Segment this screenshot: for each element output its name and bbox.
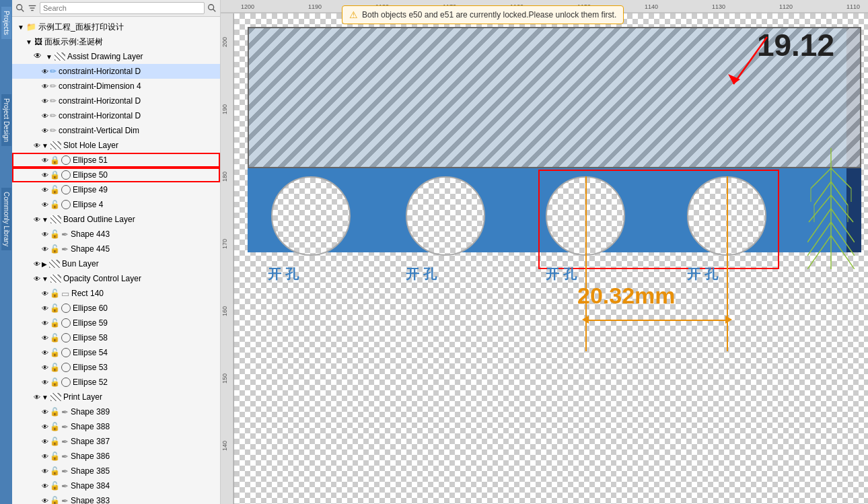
lock-icon-e49[interactable]: 🔓 xyxy=(50,185,60,194)
lock-icon-s386[interactable]: 🔓 xyxy=(50,452,60,461)
tree-item-ellipse50[interactable]: 👁 🔒 Ellipse 50 xyxy=(12,168,220,182)
eye-icon-e58[interactable]: 👁 xyxy=(42,334,48,342)
eye-icon-e50[interactable]: 👁 xyxy=(42,172,48,179)
eye-icon-s388[interactable]: 👁 xyxy=(42,423,48,431)
eye-icon-opacity[interactable]: 👁 xyxy=(34,275,40,283)
eye-icon-print[interactable]: 👁 xyxy=(34,394,40,401)
tree-item-ellipse52[interactable]: 👁 🔓 Ellipse 52 xyxy=(12,375,220,390)
s384-icon: ✒ xyxy=(61,481,69,491)
vtab-project-design[interactable]: Project Design xyxy=(1,94,11,146)
tree-item-ellipse49[interactable]: 👁 🔓 Ellipse 49 xyxy=(12,182,220,197)
eye-icon-c2[interactable]: 👁 xyxy=(42,83,48,90)
vtab-projects[interactable]: Projects xyxy=(1,7,11,39)
svg-line-32 xyxy=(814,182,831,205)
search-icon[interactable] xyxy=(15,3,25,13)
lock-icon-e51[interactable]: 🔒 xyxy=(50,155,60,165)
lock-icon-e58[interactable]: 🔓 xyxy=(50,333,60,343)
tree-item-opacity-layer[interactable]: 👁 ▼ Opacity Control Layer xyxy=(12,271,220,286)
tree-item-ellipse60[interactable]: 👁 🔓 Ellipse 60 xyxy=(12,301,220,316)
eye-icon-s445[interactable]: 👁 xyxy=(42,246,48,253)
lock-icon-e4[interactable]: 🔓 xyxy=(50,200,60,209)
tree-item-constraint-dim4[interactable]: 👁 ✏ constraint-Dimension 4 xyxy=(12,79,220,94)
lock-icon-s383[interactable]: 🔓 xyxy=(50,496,60,504)
lock-icon-s388[interactable]: 🔓 xyxy=(50,422,60,431)
tree-item-constraint-h3[interactable]: 👁 ✏ constraint-Horizontal D xyxy=(12,108,220,123)
tree-item-shape385[interactable]: 👁 🔓 ✒ Shape 385 xyxy=(12,464,220,478)
eye-icon-assist[interactable]: 👁 xyxy=(34,51,44,62)
eye-icon-board[interactable]: 👁 xyxy=(34,216,40,223)
lock-icon-r140[interactable]: 🔓 xyxy=(50,289,60,298)
lock-icon-e50[interactable]: 🔒 xyxy=(50,170,60,180)
eye-icon-r140[interactable]: 👁 xyxy=(42,290,48,297)
tree-item-shape384[interactable]: 👁 🔓 ✒ Shape 384 xyxy=(12,478,220,493)
tree-item-board-layer[interactable]: 👁 ▼ Board Outline Layer xyxy=(12,212,220,227)
tree-item-shape445[interactable]: 👁 🔓 ✒ Shape 445 xyxy=(12,242,220,256)
lock-icon-s389[interactable]: 🔓 xyxy=(50,407,60,417)
eye-icon-e51[interactable]: 👁 xyxy=(42,157,48,164)
ellipse50-label: Ellipse 50 xyxy=(73,170,108,180)
lock-icon-e54[interactable]: 🔓 xyxy=(50,348,60,357)
eye-icon-c4[interactable]: 👁 xyxy=(42,112,48,120)
eye-icon-s386[interactable]: 👁 xyxy=(42,453,48,460)
layer-stripe-slot xyxy=(50,141,61,149)
rect140-icon: ▭ xyxy=(61,289,69,299)
eye-icon-c3[interactable]: 👁 xyxy=(42,98,48,105)
tree-item-ellipse51[interactable]: 👁 🔒 Ellipse 51 xyxy=(12,153,220,168)
main-canvas[interactable]: ⚠ Both objects e50 and e51 are currently… xyxy=(221,0,868,504)
tree-item-shape387[interactable]: 👁 🔓 ✒ Shape 387 xyxy=(12,434,220,449)
tree-item-rect140[interactable]: 👁 🔓 ▭ Rect 140 xyxy=(12,286,220,301)
tree-item-ellipse59[interactable]: 👁 🔓 Ellipse 59 xyxy=(12,316,220,330)
ellipse52-label: Ellipse 52 xyxy=(73,377,108,387)
tree-item-constraint-v1[interactable]: 👁 ✏ constraint-Vertical Dim xyxy=(12,123,220,138)
lock-icon-s445[interactable]: 🔓 xyxy=(50,244,60,254)
eye-icon-c5[interactable]: 👁 xyxy=(42,127,48,135)
tree-item-ellipse54[interactable]: 👁 🔓 Ellipse 54 xyxy=(12,345,220,360)
tree-item-shape389[interactable]: 👁 🔓 ✒ Shape 389 xyxy=(12,404,220,419)
vtab-commonly-library[interactable]: Commonly Library xyxy=(1,188,11,250)
tree-item-panel-node[interactable]: ▼ 🖼 面板示例:圣诞树 xyxy=(12,34,220,49)
eye-icon-c1[interactable]: 👁 xyxy=(42,68,48,75)
eye-icon-slot[interactable]: 👁 xyxy=(34,142,40,149)
eye-icon-e59[interactable]: 👁 xyxy=(42,320,48,327)
tree-item-constraint-h2[interactable]: 👁 ✏ constraint-Horizontal D xyxy=(12,94,220,108)
tree-item-shape386[interactable]: 👁 🔓 ✒ Shape 386 xyxy=(12,449,220,464)
eye-icon-e53[interactable]: 👁 xyxy=(42,364,48,371)
tree-item-shape388[interactable]: 👁 🔓 ✒ Shape 388 xyxy=(12,419,220,434)
eye-icon-e4[interactable]: 👁 xyxy=(42,201,48,209)
kaiko-label-1: 开 孔 xyxy=(268,265,299,283)
tree-item-bun-layer[interactable]: 👁 ▶ Bun Layer xyxy=(12,256,220,271)
tree-item-ellipse53[interactable]: 👁 🔓 Ellipse 53 xyxy=(12,360,220,375)
search-submit-icon[interactable] xyxy=(207,3,217,13)
eye-icon-bun[interactable]: 👁 xyxy=(34,260,40,268)
constraint-dim4-label: constraint-Dimension 4 xyxy=(59,81,141,91)
search-input[interactable] xyxy=(40,2,205,14)
lock-icon-s384[interactable]: 🔓 xyxy=(50,481,60,491)
eye-icon-s443[interactable]: 👁 xyxy=(42,231,48,238)
tree-item-ellipse4[interactable]: 👁 🔓 Ellipse 4 xyxy=(12,197,220,212)
lock-icon-s387[interactable]: 🔓 xyxy=(50,437,60,446)
eye-icon-s389[interactable]: 👁 xyxy=(42,408,48,416)
tree-item-assist-layer[interactable]: 👁 ▼ Assist Drawing Layer xyxy=(12,49,220,64)
eye-icon-e60[interactable]: 👁 xyxy=(42,305,48,312)
eye-icon-e54[interactable]: 👁 xyxy=(42,349,48,357)
tree-item-shape383[interactable]: 👁 🔓 ✒ Shape 383 xyxy=(12,493,220,504)
tree-item-shape443[interactable]: 👁 🔓 ✒ Shape 443 xyxy=(12,227,220,242)
tree-item-constraint-h1[interactable]: 👁 ✏ constraint-Horizontal D xyxy=(12,64,220,79)
tree-item-slot-layer[interactable]: 👁 ▼ Slot Hole Layer xyxy=(12,138,220,153)
eye-icon-s384[interactable]: 👁 xyxy=(42,482,48,490)
tree-item-ellipse58[interactable]: 👁 🔓 Ellipse 58 xyxy=(12,330,220,345)
tree-item-project-root[interactable]: ▼ 📁 示例工程_面板打印设计 xyxy=(12,20,220,34)
tree-item-print-layer[interactable]: 👁 ▼ Print Layer xyxy=(12,390,220,404)
lock-icon-e60[interactable]: 🔓 xyxy=(50,303,60,313)
lock-icon-e53[interactable]: 🔓 xyxy=(50,363,60,372)
lock-icon-e52[interactable]: 🔓 xyxy=(50,377,60,387)
eye-icon-e52[interactable]: 👁 xyxy=(42,379,48,386)
lock-icon-e59[interactable]: 🔓 xyxy=(50,318,60,328)
lock-icon-s443[interactable]: 🔓 xyxy=(50,229,60,239)
eye-icon-e49[interactable]: 👁 xyxy=(42,186,48,194)
eye-icon-s383[interactable]: 👁 xyxy=(42,497,48,505)
lock-icon-s385[interactable]: 🔓 xyxy=(50,466,60,476)
filter-icon[interactable] xyxy=(28,3,37,13)
eye-icon-s385[interactable]: 👁 xyxy=(42,468,48,475)
eye-icon-s387[interactable]: 👁 xyxy=(42,438,48,445)
